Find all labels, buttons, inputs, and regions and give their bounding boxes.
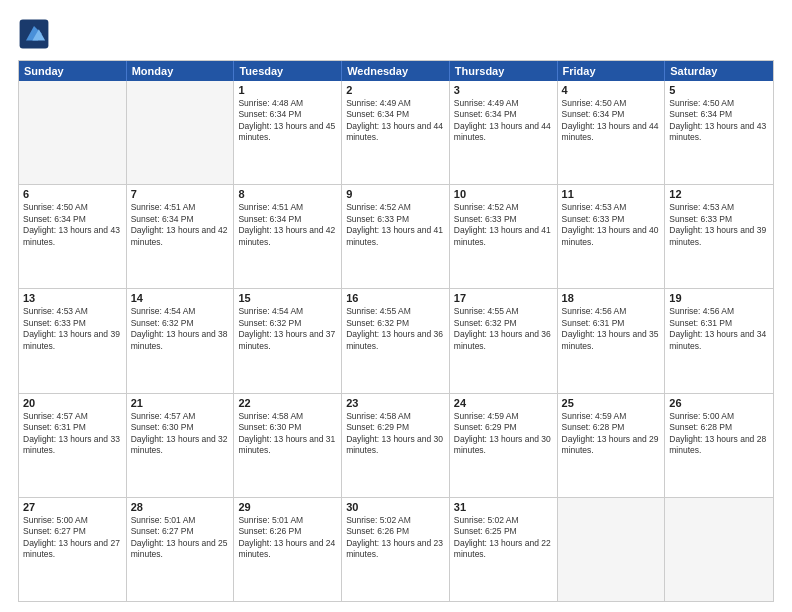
day-info: Sunrise: 4:56 AM Sunset: 6:31 PM Dayligh… — [669, 306, 769, 352]
day-info: Sunrise: 5:01 AM Sunset: 6:26 PM Dayligh… — [238, 515, 337, 561]
day-cell: 30Sunrise: 5:02 AM Sunset: 6:26 PM Dayli… — [342, 498, 450, 601]
day-cell: 4Sunrise: 4:50 AM Sunset: 6:34 PM Daylig… — [558, 81, 666, 184]
week-row-5: 27Sunrise: 5:00 AM Sunset: 6:27 PM Dayli… — [19, 497, 773, 601]
day-cell — [665, 498, 773, 601]
day-number: 6 — [23, 188, 122, 200]
day-number: 14 — [131, 292, 230, 304]
day-number: 16 — [346, 292, 445, 304]
day-cell: 26Sunrise: 5:00 AM Sunset: 6:28 PM Dayli… — [665, 394, 773, 497]
day-info: Sunrise: 4:55 AM Sunset: 6:32 PM Dayligh… — [346, 306, 445, 352]
day-cell: 15Sunrise: 4:54 AM Sunset: 6:32 PM Dayli… — [234, 289, 342, 392]
day-cell: 12Sunrise: 4:53 AM Sunset: 6:33 PM Dayli… — [665, 185, 773, 288]
day-info: Sunrise: 4:49 AM Sunset: 6:34 PM Dayligh… — [454, 98, 553, 144]
day-cell: 14Sunrise: 4:54 AM Sunset: 6:32 PM Dayli… — [127, 289, 235, 392]
day-cell: 5Sunrise: 4:50 AM Sunset: 6:34 PM Daylig… — [665, 81, 773, 184]
calendar: SundayMondayTuesdayWednesdayThursdayFrid… — [18, 60, 774, 602]
day-number: 21 — [131, 397, 230, 409]
day-info: Sunrise: 4:51 AM Sunset: 6:34 PM Dayligh… — [238, 202, 337, 248]
logo-icon — [18, 18, 50, 50]
day-cell — [127, 81, 235, 184]
header — [18, 18, 774, 50]
day-number: 24 — [454, 397, 553, 409]
day-number: 20 — [23, 397, 122, 409]
day-info: Sunrise: 4:59 AM Sunset: 6:29 PM Dayligh… — [454, 411, 553, 457]
day-cell: 1Sunrise: 4:48 AM Sunset: 6:34 PM Daylig… — [234, 81, 342, 184]
day-number: 1 — [238, 84, 337, 96]
day-info: Sunrise: 4:57 AM Sunset: 6:30 PM Dayligh… — [131, 411, 230, 457]
page: SundayMondayTuesdayWednesdayThursdayFrid… — [0, 0, 792, 612]
day-number: 11 — [562, 188, 661, 200]
day-info: Sunrise: 4:51 AM Sunset: 6:34 PM Dayligh… — [131, 202, 230, 248]
day-info: Sunrise: 5:00 AM Sunset: 6:28 PM Dayligh… — [669, 411, 769, 457]
day-cell: 25Sunrise: 4:59 AM Sunset: 6:28 PM Dayli… — [558, 394, 666, 497]
day-number: 18 — [562, 292, 661, 304]
day-info: Sunrise: 4:53 AM Sunset: 6:33 PM Dayligh… — [23, 306, 122, 352]
day-info: Sunrise: 4:54 AM Sunset: 6:32 PM Dayligh… — [238, 306, 337, 352]
day-cell: 10Sunrise: 4:52 AM Sunset: 6:33 PM Dayli… — [450, 185, 558, 288]
day-info: Sunrise: 4:50 AM Sunset: 6:34 PM Dayligh… — [23, 202, 122, 248]
day-header-thursday: Thursday — [450, 61, 558, 81]
day-info: Sunrise: 4:58 AM Sunset: 6:29 PM Dayligh… — [346, 411, 445, 457]
day-info: Sunrise: 4:53 AM Sunset: 6:33 PM Dayligh… — [562, 202, 661, 248]
day-cell: 13Sunrise: 4:53 AM Sunset: 6:33 PM Dayli… — [19, 289, 127, 392]
weeks: 1Sunrise: 4:48 AM Sunset: 6:34 PM Daylig… — [19, 81, 773, 601]
day-number: 30 — [346, 501, 445, 513]
day-cell — [19, 81, 127, 184]
day-info: Sunrise: 4:50 AM Sunset: 6:34 PM Dayligh… — [669, 98, 769, 144]
day-cell: 23Sunrise: 4:58 AM Sunset: 6:29 PM Dayli… — [342, 394, 450, 497]
day-number: 5 — [669, 84, 769, 96]
day-info: Sunrise: 4:49 AM Sunset: 6:34 PM Dayligh… — [346, 98, 445, 144]
day-header-friday: Friday — [558, 61, 666, 81]
day-header-saturday: Saturday — [665, 61, 773, 81]
day-info: Sunrise: 4:57 AM Sunset: 6:31 PM Dayligh… — [23, 411, 122, 457]
logo — [18, 18, 54, 50]
day-number: 3 — [454, 84, 553, 96]
day-info: Sunrise: 5:02 AM Sunset: 6:26 PM Dayligh… — [346, 515, 445, 561]
day-cell: 17Sunrise: 4:55 AM Sunset: 6:32 PM Dayli… — [450, 289, 558, 392]
day-number: 4 — [562, 84, 661, 96]
day-number: 23 — [346, 397, 445, 409]
day-info: Sunrise: 4:52 AM Sunset: 6:33 PM Dayligh… — [346, 202, 445, 248]
day-cell: 6Sunrise: 4:50 AM Sunset: 6:34 PM Daylig… — [19, 185, 127, 288]
day-header-monday: Monday — [127, 61, 235, 81]
day-headers: SundayMondayTuesdayWednesdayThursdayFrid… — [19, 61, 773, 81]
day-info: Sunrise: 5:01 AM Sunset: 6:27 PM Dayligh… — [131, 515, 230, 561]
day-number: 17 — [454, 292, 553, 304]
day-info: Sunrise: 4:59 AM Sunset: 6:28 PM Dayligh… — [562, 411, 661, 457]
day-cell: 7Sunrise: 4:51 AM Sunset: 6:34 PM Daylig… — [127, 185, 235, 288]
day-cell: 9Sunrise: 4:52 AM Sunset: 6:33 PM Daylig… — [342, 185, 450, 288]
week-row-4: 20Sunrise: 4:57 AM Sunset: 6:31 PM Dayli… — [19, 393, 773, 497]
day-info: Sunrise: 4:54 AM Sunset: 6:32 PM Dayligh… — [131, 306, 230, 352]
day-info: Sunrise: 4:50 AM Sunset: 6:34 PM Dayligh… — [562, 98, 661, 144]
week-row-3: 13Sunrise: 4:53 AM Sunset: 6:33 PM Dayli… — [19, 288, 773, 392]
day-header-wednesday: Wednesday — [342, 61, 450, 81]
day-number: 13 — [23, 292, 122, 304]
day-number: 28 — [131, 501, 230, 513]
day-cell: 11Sunrise: 4:53 AM Sunset: 6:33 PM Dayli… — [558, 185, 666, 288]
day-number: 29 — [238, 501, 337, 513]
day-number: 26 — [669, 397, 769, 409]
day-cell: 24Sunrise: 4:59 AM Sunset: 6:29 PM Dayli… — [450, 394, 558, 497]
week-row-2: 6Sunrise: 4:50 AM Sunset: 6:34 PM Daylig… — [19, 184, 773, 288]
day-info: Sunrise: 5:02 AM Sunset: 6:25 PM Dayligh… — [454, 515, 553, 561]
day-info: Sunrise: 4:56 AM Sunset: 6:31 PM Dayligh… — [562, 306, 661, 352]
day-cell: 21Sunrise: 4:57 AM Sunset: 6:30 PM Dayli… — [127, 394, 235, 497]
day-number: 22 — [238, 397, 337, 409]
day-number: 31 — [454, 501, 553, 513]
day-cell: 22Sunrise: 4:58 AM Sunset: 6:30 PM Dayli… — [234, 394, 342, 497]
day-info: Sunrise: 5:00 AM Sunset: 6:27 PM Dayligh… — [23, 515, 122, 561]
week-row-1: 1Sunrise: 4:48 AM Sunset: 6:34 PM Daylig… — [19, 81, 773, 184]
day-number: 27 — [23, 501, 122, 513]
day-number: 7 — [131, 188, 230, 200]
day-info: Sunrise: 4:48 AM Sunset: 6:34 PM Dayligh… — [238, 98, 337, 144]
day-number: 19 — [669, 292, 769, 304]
day-number: 8 — [238, 188, 337, 200]
day-info: Sunrise: 4:55 AM Sunset: 6:32 PM Dayligh… — [454, 306, 553, 352]
day-cell: 3Sunrise: 4:49 AM Sunset: 6:34 PM Daylig… — [450, 81, 558, 184]
day-cell: 28Sunrise: 5:01 AM Sunset: 6:27 PM Dayli… — [127, 498, 235, 601]
day-cell — [558, 498, 666, 601]
day-cell: 16Sunrise: 4:55 AM Sunset: 6:32 PM Dayli… — [342, 289, 450, 392]
day-number: 25 — [562, 397, 661, 409]
day-info: Sunrise: 4:53 AM Sunset: 6:33 PM Dayligh… — [669, 202, 769, 248]
day-header-sunday: Sunday — [19, 61, 127, 81]
